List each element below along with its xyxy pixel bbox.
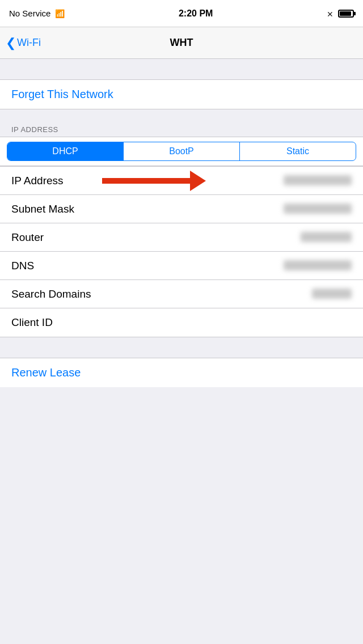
router-blurred: [301, 232, 352, 242]
subnet-mask-label: Subnet Mask: [11, 203, 74, 215]
search-domains-blurred: [312, 289, 352, 299]
dns-label: DNS: [11, 260, 34, 272]
subnet-mask-blurred: [284, 204, 352, 214]
forget-network-row[interactable]: Forget This Network: [0, 79, 363, 109]
ip-address-row: IP Address: [0, 167, 363, 195]
subnet-mask-row: Subnet Mask: [0, 195, 363, 223]
battery-fill: [340, 11, 351, 16]
bootp-segment[interactable]: BootP: [124, 142, 240, 160]
back-button[interactable]: ❮ Wi-Fi: [6, 37, 41, 49]
search-domains-label: Search Domains: [11, 288, 91, 300]
ip-info-list: IP Address Subnet Mask Router: [0, 166, 363, 337]
ip-address-header-text: IP ADDRESS: [11, 125, 58, 134]
status-left: No Service 📶: [9, 9, 65, 18]
back-chevron-icon: ❮: [6, 37, 16, 49]
bluetooth-icon: ⨯: [327, 9, 334, 18]
status-time: 2:20 PM: [179, 9, 213, 19]
status-bar: No Service 📶 2:20 PM ⨯: [0, 0, 363, 27]
arrow-shaft: [102, 178, 190, 184]
nav-bar: ❮ Wi-Fi WHT: [0, 27, 363, 59]
dhcp-segment[interactable]: DHCP: [7, 142, 124, 160]
renew-lease-label: Renew Lease: [11, 366, 81, 379]
ip-address-label: IP Address: [11, 175, 64, 187]
client-id-row: Client ID: [0, 308, 363, 337]
ip-address-blurred: [284, 175, 352, 185]
router-label: Router: [11, 231, 44, 244]
forget-network-label: Forget This Network: [11, 88, 113, 100]
router-row: Router: [0, 223, 363, 252]
subnet-mask-value: [284, 204, 352, 215]
ip-address-section-header: IP ADDRESS: [0, 120, 363, 137]
mid-gap: [0, 109, 363, 120]
search-domains-value: [312, 289, 352, 300]
dns-blurred: [284, 260, 352, 270]
static-segment[interactable]: Static: [240, 142, 356, 160]
search-domains-row: Search Domains: [0, 280, 363, 308]
ip-address-value: [284, 175, 352, 187]
red-arrow: [102, 171, 206, 191]
ip-mode-segmented-control: DHCP BootP Static: [7, 142, 356, 161]
status-right: ⨯: [327, 9, 354, 18]
client-id-label: Client ID: [11, 316, 53, 329]
battery-icon: [338, 10, 354, 18]
renew-lease-row[interactable]: Renew Lease: [0, 358, 363, 387]
segmented-container: DHCP BootP Static: [0, 137, 363, 166]
dns-row: DNS: [0, 252, 363, 280]
page-title: WHT: [170, 37, 193, 49]
arrow-container: [102, 171, 206, 191]
router-value: [301, 232, 352, 243]
top-gap: [0, 59, 363, 79]
back-label: Wi-Fi: [17, 37, 41, 49]
dns-value: [284, 260, 352, 272]
bottom-gap: [0, 337, 363, 358]
carrier-text: No Service: [9, 9, 50, 18]
wifi-icon: 📶: [55, 9, 65, 18]
arrow-head-icon: [190, 171, 206, 191]
